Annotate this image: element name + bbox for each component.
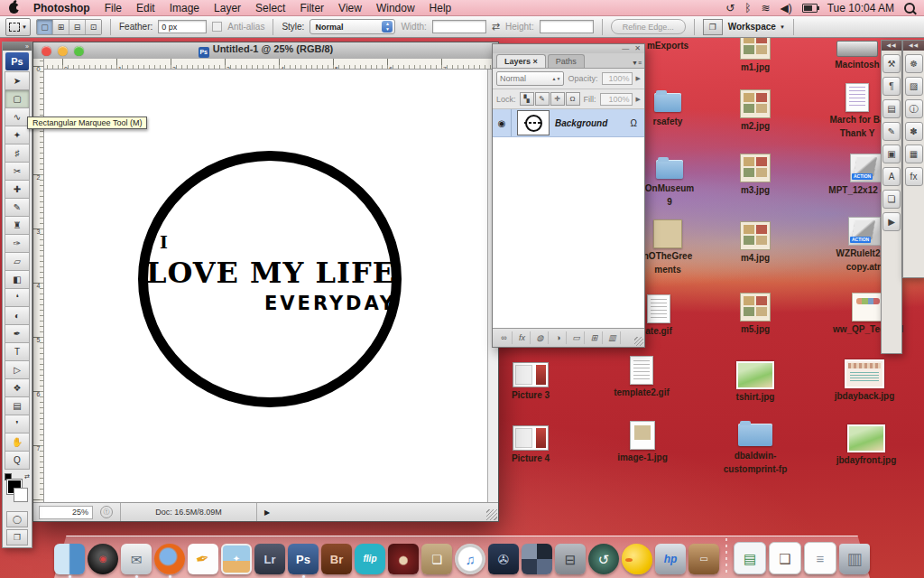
move-tool[interactable]: ➤ <box>5 71 30 90</box>
text-file-dock-icon[interactable]: ≡ <box>804 542 836 574</box>
blur-tool[interactable]: ❛ <box>5 288 30 307</box>
menu-item[interactable]: Filter <box>300 2 324 14</box>
finder-dock-icon[interactable] <box>54 544 85 574</box>
swap-colors-icon[interactable]: ⇄ <box>24 473 30 480</box>
document-title-bar[interactable]: PsUntitled-1 @ 25% (RGB/8) <box>33 42 498 60</box>
workspace-button[interactable]: Workspace <box>728 22 785 32</box>
image-file-dock-icon[interactable]: ❑ <box>769 542 801 574</box>
animation-panel-button[interactable]: ❏ <box>882 190 901 209</box>
desktop-icon-dbaldwin[interactable]: dbaldwin- customprint-fp <box>710 417 800 475</box>
refine-edge-button[interactable]: Refine Edge... <box>611 19 686 34</box>
desktop-icon-image-1[interactable]: image-1.jpg <box>597 421 688 463</box>
quick-mask-button[interactable]: ◯ <box>6 511 28 527</box>
dock-separator[interactable] <box>722 538 731 574</box>
itunes-dock-icon[interactable]: ♫ <box>455 544 485 574</box>
apple-menu-icon[interactable] <box>9 3 19 14</box>
opacity-arrow-icon[interactable]: ▶ <box>636 75 641 82</box>
menu-item[interactable]: View <box>338 2 362 14</box>
tool-preset-picker[interactable]: ▼ <box>5 18 31 36</box>
menu-item[interactable]: File <box>105 2 122 14</box>
tab-paths[interactable]: Paths <box>548 54 585 68</box>
layer-thumbnail[interactable] <box>517 110 550 135</box>
dodge-tool[interactable]: ◐ <box>5 306 30 325</box>
zoom-level-input[interactable]: 25% <box>39 506 93 519</box>
wifi-menu-icon[interactable]: ≋ <box>761 2 770 14</box>
layer-style-button[interactable]: fx <box>514 331 531 344</box>
zoom-tool[interactable]: Q <box>5 451 30 470</box>
magic-wand-tool[interactable]: ✦ <box>5 126 30 144</box>
spotlight-icon[interactable] <box>904 3 915 14</box>
menu-item[interactable]: Select <box>255 2 285 14</box>
flip-dock-icon[interactable]: flip <box>355 544 385 574</box>
brushes-panel-button[interactable]: ✎ <box>882 122 901 141</box>
menu-bar-clock[interactable]: Tue 10:04 AM <box>827 2 894 14</box>
bridge-dock-icon[interactable]: Br <box>321 544 352 574</box>
keynote-dock-icon[interactable]: ▭ <box>688 544 719 574</box>
desktop-icon-m4[interactable]: m4.jpg <box>710 221 800 264</box>
desktop-icon-m2[interactable]: m2.jpg <box>710 89 800 132</box>
subtract-from-selection-mode[interactable]: ⊟ <box>69 20 86 34</box>
collapse-panels-icon[interactable]: ◀◀ <box>903 41 924 51</box>
paragraph-panel-button[interactable]: ¶ <box>882 77 901 96</box>
fill-arrow-icon[interactable]: ▶ <box>636 96 641 103</box>
layer-comps-panel-button[interactable]: ▤ <box>882 99 901 118</box>
add-layer-mask-button[interactable]: ◍ <box>532 331 549 344</box>
fill-input[interactable]: 100% <box>600 93 633 106</box>
custom-shape-tool[interactable]: ❖ <box>5 378 30 397</box>
cyberduck-dock-icon[interactable] <box>622 544 652 574</box>
rectangular-marquee-tool[interactable]: ▢ <box>5 89 30 108</box>
histogram-panel-button[interactable]: ▨ <box>905 77 923 96</box>
iphoto-dock-icon[interactable]: ✦ <box>221 544 252 574</box>
tab-close-icon[interactable]: × <box>533 57 538 66</box>
pen-tool[interactable]: ✒ <box>5 324 30 343</box>
layer-visibility-eye-icon[interactable]: ◉ <box>493 109 512 136</box>
link-layers-button[interactable]: ∞ <box>496 331 513 344</box>
new-layer-button[interactable]: ⊞ <box>587 331 603 344</box>
app-menu-title[interactable]: Photoshop <box>33 2 90 14</box>
color-panel-button[interactable]: ✽ <box>905 122 923 141</box>
style-select[interactable]: Normal ▲▼ <box>310 19 395 34</box>
desktop-icon-picture-4[interactable]: Picture 4 <box>485 423 576 464</box>
character-panel-button[interactable]: A <box>882 167 901 186</box>
adjustment-layer-button[interactable]: ◑ <box>550 331 567 344</box>
new-selection-mode[interactable]: ▢ <box>37 20 53 34</box>
menu-item[interactable]: Help <box>430 2 452 14</box>
menu-item[interactable]: Layer <box>214 2 241 14</box>
time-machine-dock-icon[interactable]: ↺ <box>588 544 619 574</box>
menu-item[interactable]: Image <box>170 2 199 14</box>
lock-transparency-button[interactable]: ▚ <box>520 92 534 106</box>
desktop-icon-m5[interactable]: m5.jpg <box>710 293 800 335</box>
photo-booth-dock-icon[interactable] <box>388 544 419 574</box>
imovie-dock-icon[interactable]: ✇ <box>488 544 519 574</box>
panel-menu-icon[interactable]: ▼≡ <box>632 60 642 66</box>
lightroom-dock-icon[interactable]: Lr <box>254 544 285 574</box>
height-input[interactable] <box>540 20 594 33</box>
menu-item[interactable]: Window <box>376 2 415 14</box>
opacity-input[interactable]: 100% <box>602 72 633 85</box>
background-color-swatch[interactable] <box>14 488 28 502</box>
document-canvas[interactable]: I LOVE MY LIFE EVERYDAY <box>44 70 488 503</box>
scanner-app-dock-icon[interactable]: ⊟ <box>555 544 586 574</box>
path-selection-tool[interactable]: ▷ <box>5 360 30 379</box>
bluetooth-menu-icon[interactable]: ᛒ <box>744 2 751 14</box>
palette-collapse-icon[interactable]: » <box>3 42 32 51</box>
lock-pixels-button[interactable]: ✎ <box>535 92 550 106</box>
trash-dock-icon[interactable]: ▥ <box>839 544 870 574</box>
navigator-panel-button[interactable]: ☸ <box>905 54 923 73</box>
styles-panel-button[interactable]: fx <box>905 167 923 186</box>
status-menu-arrow-icon[interactable]: ▶ <box>264 508 270 517</box>
link-dimensions-icon[interactable]: ⇄ <box>492 21 500 33</box>
feather-app-dock-icon[interactable]: ✒ <box>188 544 218 574</box>
volume-menu-icon[interactable]: ◀) <box>780 2 791 14</box>
intersect-selection-mode[interactable]: ⊡ <box>86 20 101 34</box>
blend-mode-select[interactable]: Normal ▲▼ <box>496 71 564 86</box>
eraser-tool[interactable]: ▱ <box>5 252 30 271</box>
add-to-selection-mode[interactable]: ⊞ <box>53 20 69 34</box>
lock-position-button[interactable]: ✛ <box>550 92 565 106</box>
desktop-icon-jbdayfront[interactable]: jbdayfront.jpg <box>821 423 911 466</box>
lock-all-button[interactable]: Ω <box>566 92 580 106</box>
info-panel-button[interactable]: ⓘ <box>905 99 923 118</box>
hand-tool[interactable]: ✋ <box>5 433 30 452</box>
panel-close-icon[interactable]: ✕ <box>634 44 641 53</box>
notes-tool[interactable]: ▤ <box>5 396 30 415</box>
